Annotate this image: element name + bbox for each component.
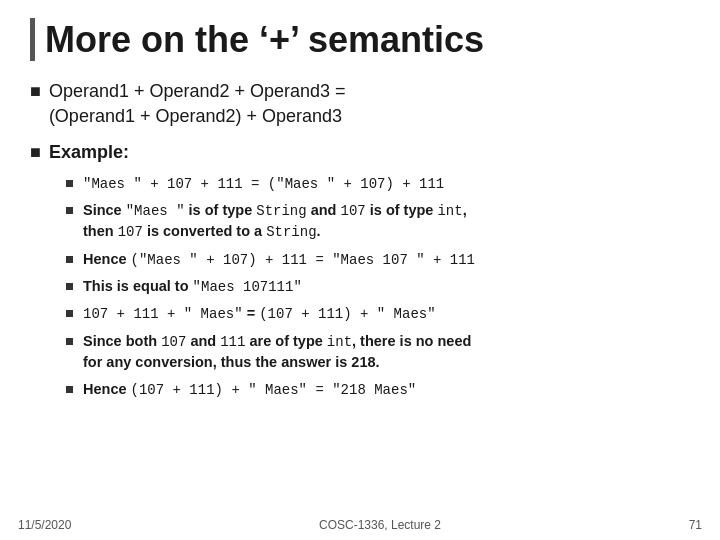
- bullet-main-1: ■ Operand1 + Operand2 + Operand3 = (Oper…: [30, 79, 690, 129]
- list-item: Since both 107 and 111 are of type int, …: [66, 331, 690, 373]
- list-item: Hence ("Maes " + 107) + 111 = "Maes 107 …: [66, 249, 690, 270]
- sq-dot: [66, 180, 73, 187]
- sub-text-7: Hence (107 + 111) + " Maes" = "218 Maes": [83, 379, 416, 400]
- sub-text-2: Since "Maes " is of type String and 107 …: [83, 200, 467, 243]
- bullet-dot-1: ■: [30, 81, 41, 102]
- bullet-text-1: Operand1 + Operand2 + Operand3 = (Operan…: [49, 79, 346, 129]
- sq-dot: [66, 310, 73, 317]
- bullet-dot-2: ■: [30, 142, 41, 163]
- sub-text-4: This is equal to "Maes 107111": [83, 276, 302, 297]
- sub-bullets: "Maes " + 107 + 111 = ("Maes " + 107) + …: [66, 173, 690, 400]
- sub-text-6: Since both 107 and 111 are of type int, …: [83, 331, 471, 373]
- bullet-main-2: ■ Example:: [30, 140, 690, 165]
- list-item: Hence (107 + 111) + " Maes" = "218 Maes": [66, 379, 690, 400]
- bullet-section-2: ■ Example: "Maes " + 107 + 111 = ("Maes …: [30, 140, 690, 401]
- page-title: More on the ‘+’ semantics: [30, 18, 690, 61]
- footer-date: 11/5/2020: [18, 518, 71, 532]
- list-item: 107 + 111 + " Maes" = (107 + 111) + " Ma…: [66, 303, 690, 324]
- list-item: Since "Maes " is of type String and 107 …: [66, 200, 690, 243]
- sq-dot: [66, 256, 73, 263]
- sq-dot: [66, 207, 73, 214]
- footer-course: COSC-1336, Lecture 2: [319, 518, 441, 532]
- sub-text-3: Hence ("Maes " + 107) + 111 = "Maes 107 …: [83, 249, 475, 270]
- list-item: "Maes " + 107 + 111 = ("Maes " + 107) + …: [66, 173, 690, 194]
- sq-dot: [66, 386, 73, 393]
- footer: 11/5/2020 COSC-1336, Lecture 2 71: [0, 518, 720, 532]
- footer-page: 71: [689, 518, 702, 532]
- bullet-section-1: ■ Operand1 + Operand2 + Operand3 = (Oper…: [30, 79, 690, 129]
- page: More on the ‘+’ semantics ■ Operand1 + O…: [0, 0, 720, 540]
- bullet-text-2: Example:: [49, 140, 129, 165]
- list-item: This is equal to "Maes 107111": [66, 276, 690, 297]
- sq-dot: [66, 338, 73, 345]
- sub-text-1: "Maes " + 107 + 111 = ("Maes " + 107) + …: [83, 173, 444, 194]
- sub-text-5: 107 + 111 + " Maes" = (107 + 111) + " Ma…: [83, 303, 436, 324]
- sq-dot: [66, 283, 73, 290]
